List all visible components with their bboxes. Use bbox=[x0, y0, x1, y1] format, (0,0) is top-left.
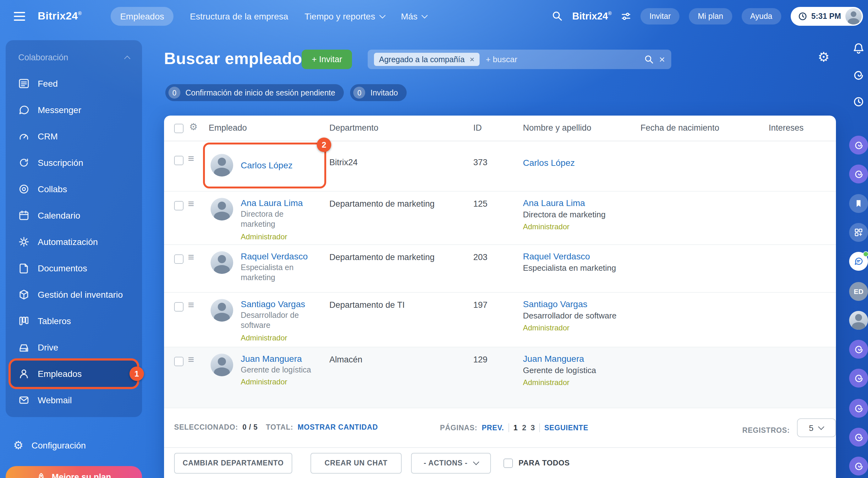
selected-label: SELECCIONADO: bbox=[174, 423, 238, 431]
create-chat-button[interactable]: CREAR UN CHAT bbox=[310, 452, 402, 473]
page-number-1[interactable]: 1 bbox=[514, 423, 518, 432]
next-page-link[interactable]: SEGUIENTE bbox=[544, 424, 588, 432]
status-chip-pending[interactable]: 0 Confirmación de inicio de sesión pendi… bbox=[165, 84, 344, 101]
employee-name-link[interactable]: Raquel Verdasco bbox=[241, 251, 317, 261]
apps-grid-icon[interactable] bbox=[849, 223, 868, 242]
records-label: REGISTROS: bbox=[742, 426, 790, 434]
preferences-sliders-icon[interactable] bbox=[621, 11, 631, 21]
change-department-button[interactable]: CAMBIAR DEPARTAMENTO bbox=[174, 452, 292, 473]
show-count-link[interactable]: MOSTRAR CANTIDAD bbox=[298, 423, 378, 431]
sidebar-item-messenger[interactable]: Messenger bbox=[11, 97, 137, 123]
tab-tiempo-reportes[interactable]: Tiempo y reportes bbox=[305, 11, 385, 21]
sidebar-item-webmail[interactable]: Webmail bbox=[11, 387, 137, 413]
table-row[interactable]: ≡ Carlos López 2 Bitrix24 373 Carlos Lóp… bbox=[164, 141, 836, 192]
chip-close-icon[interactable]: × bbox=[469, 55, 474, 64]
table-row[interactable]: ≡ Raquel Verdasco Especialista en market… bbox=[164, 245, 836, 293]
notifications-bell-icon[interactable] bbox=[849, 39, 868, 58]
drag-handle-icon[interactable]: ≡ bbox=[188, 197, 194, 212]
history-clock-icon[interactable] bbox=[849, 92, 868, 111]
ed-initials-avatar[interactable]: ED bbox=[849, 282, 868, 301]
search-icon[interactable] bbox=[644, 55, 653, 64]
app-spiral-icon[interactable] bbox=[849, 457, 868, 476]
page-number-3[interactable]: 3 bbox=[531, 423, 535, 432]
for-all-checkbox[interactable] bbox=[503, 458, 513, 468]
sidebar-item-automatizacion[interactable]: Automatización bbox=[11, 229, 137, 255]
sidebar-item-calendario[interactable]: Calendario bbox=[11, 202, 137, 229]
app-spiral-icon[interactable] bbox=[849, 165, 868, 183]
row-checkbox[interactable] bbox=[174, 254, 184, 264]
sidebar-item-feed[interactable]: Feed bbox=[11, 70, 137, 97]
table-row[interactable]: ≡ Juan Manguera Gerente de logística Adm… bbox=[164, 347, 836, 408]
columns-gear-icon[interactable]: ⚙ bbox=[189, 122, 198, 131]
brand-logo[interactable]: Bitrix24® bbox=[38, 10, 82, 22]
my-plan-button[interactable]: Mi plan bbox=[689, 8, 732, 24]
sidebar-item-collabs[interactable]: Collabs bbox=[11, 176, 137, 202]
fullname-link[interactable]: Juan Manguera bbox=[523, 354, 596, 364]
trademark-mark: ® bbox=[608, 11, 612, 16]
upgrade-plan-button[interactable]: Mejore su plan bbox=[6, 466, 142, 478]
invite-employee-button[interactable]: + Invitar bbox=[302, 49, 352, 69]
fullname-link[interactable]: Raquel Verdasco bbox=[523, 251, 616, 261]
employee-name-link[interactable]: Santiago Vargas bbox=[241, 299, 317, 309]
app-spiral-icon[interactable] bbox=[849, 399, 868, 418]
sidebar-item-drive[interactable]: Drive bbox=[11, 334, 137, 361]
drag-handle-icon[interactable]: ≡ bbox=[188, 352, 194, 368]
sidebar-item-documentos[interactable]: Documentos bbox=[11, 255, 137, 281]
table-row[interactable]: ≡ Santiago Vargas Desarrollador de softw… bbox=[164, 293, 836, 347]
records-per-page-select[interactable]: 5 bbox=[797, 418, 836, 437]
sidebar-item-tableros[interactable]: Tableros bbox=[11, 308, 137, 334]
sidebar-item-crm[interactable]: CRM bbox=[11, 123, 137, 149]
sidebar-item-suscripcion[interactable]: Suscripción bbox=[11, 149, 137, 176]
for-all-checkbox-group[interactable]: PARA TODOS bbox=[503, 458, 570, 468]
chat-bubble-icon[interactable] bbox=[849, 252, 868, 271]
tab-empleados[interactable]: Empleados bbox=[111, 7, 174, 26]
user-avatar[interactable] bbox=[845, 8, 862, 24]
menu-burger-icon[interactable] bbox=[11, 9, 28, 23]
pages-label: PÁGINAS: bbox=[440, 424, 477, 432]
invite-button[interactable]: Invitar bbox=[641, 8, 679, 24]
boards-icon bbox=[18, 315, 30, 327]
tab-mas[interactable]: Más bbox=[401, 11, 427, 21]
sidebar-item-empleados[interactable]: Empleados 1 bbox=[11, 361, 137, 387]
search-icon[interactable] bbox=[552, 11, 563, 21]
sidebar-section-colaboracion[interactable]: Colaboración bbox=[11, 44, 137, 70]
chevron-down-icon bbox=[473, 458, 479, 465]
app-spiral-icon[interactable] bbox=[849, 340, 868, 358]
clear-search-icon[interactable]: × bbox=[659, 54, 665, 64]
clock-widget[interactable]: 5:31 PM bbox=[791, 7, 863, 26]
tab-estructura[interactable]: Estructura de la empresa bbox=[190, 11, 288, 21]
row-checkbox[interactable] bbox=[174, 201, 184, 210]
row-checkbox[interactable] bbox=[174, 357, 184, 366]
bookmark-icon[interactable] bbox=[849, 194, 868, 213]
messenger-icon bbox=[18, 104, 30, 115]
grid-settings-gear-icon[interactable]: ⚙ bbox=[818, 50, 830, 63]
drag-handle-icon[interactable]: ≡ bbox=[188, 298, 194, 313]
app-spiral-icon[interactable] bbox=[849, 136, 868, 155]
rail-user-avatar[interactable] bbox=[849, 311, 868, 330]
table-row[interactable]: ≡ Ana Laura Lima Directora de marketing … bbox=[164, 192, 836, 245]
help-button[interactable]: Ayuda bbox=[741, 8, 781, 24]
sidebar-item-configuracion[interactable]: ⚙ Configuración bbox=[13, 440, 86, 451]
fullname-link[interactable]: Santiago Vargas bbox=[523, 299, 617, 309]
employee-name-link[interactable]: Carlos López bbox=[241, 160, 292, 170]
employee-name-link[interactable]: Juan Manguera bbox=[241, 354, 317, 364]
drag-handle-icon[interactable]: ≡ bbox=[188, 151, 194, 166]
drag-handle-icon[interactable]: ≡ bbox=[188, 250, 194, 265]
page-number-2[interactable]: 2 bbox=[522, 423, 526, 432]
row-checkbox[interactable] bbox=[174, 156, 184, 165]
sidebar-item-inventario[interactable]: Gestión del inventario bbox=[11, 281, 137, 308]
prev-page-link[interactable]: PREV. bbox=[482, 424, 504, 432]
filter-chip[interactable]: Agregado a la compañía × bbox=[374, 53, 479, 66]
select-all-checkbox[interactable] bbox=[174, 124, 184, 133]
employee-name-link[interactable]: Ana Laura Lima bbox=[241, 198, 317, 208]
fullname-link[interactable]: Ana Laura Lima bbox=[523, 198, 606, 208]
app-spiral-icon[interactable] bbox=[849, 428, 868, 447]
fullname-link[interactable]: Carlos López bbox=[523, 158, 575, 168]
actions-dropdown[interactable]: - ACTIONS - bbox=[411, 452, 491, 473]
row-checkbox[interactable] bbox=[174, 302, 184, 312]
status-chip-invited[interactable]: 0 Invitado bbox=[350, 84, 407, 101]
bitrix24-logo[interactable]: Bitrix24® bbox=[572, 10, 612, 22]
app-spiral-icon[interactable] bbox=[849, 369, 868, 387]
copilot-swirl-icon[interactable] bbox=[849, 66, 868, 85]
search-filter-bar[interactable]: Agregado a la compañía × + buscar × bbox=[368, 49, 671, 69]
